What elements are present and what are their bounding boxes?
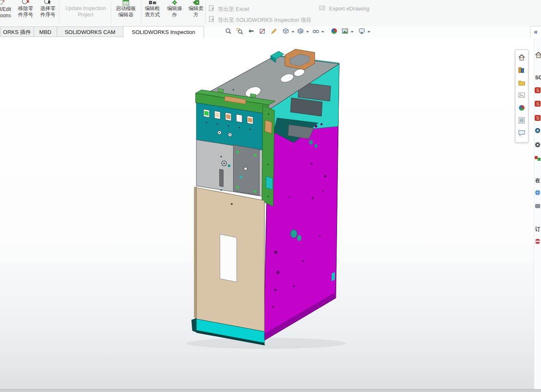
design-library-icon[interactable] <box>517 66 526 74</box>
graphics-viewport[interactable] <box>0 38 541 389</box>
solidworks-forum-icon[interactable] <box>517 129 526 137</box>
dropdown-arrow-icon[interactable] <box>368 31 370 33</box>
edit-operation-button[interactable]: 编辑操 作 <box>165 0 184 18</box>
button-label: 作 <box>165 12 184 18</box>
edit-inspection-method-button[interactable]: 编辑检 查方式 <box>143 0 162 18</box>
globe-icon[interactable] <box>535 190 541 197</box>
button-label: 方 <box>186 12 206 18</box>
tab-solidworks-cam[interactable]: SOLIDWORKS CAM <box>57 26 123 37</box>
button-label: 启动模板 <box>112 5 139 12</box>
status-bar <box>0 389 541 392</box>
export-excel-button[interactable]: 导出至 Excel <box>218 5 249 13</box>
edit-vendor-button[interactable]: 编辑卖 方 <box>186 0 206 18</box>
task-pane-icon-bar <box>515 50 528 143</box>
resources-heading-fragment: SO <box>535 75 541 81</box>
apply-scene-icon[interactable] <box>342 28 350 36</box>
template-editor-icon <box>112 0 139 5</box>
addins-icon[interactable] <box>535 155 541 163</box>
button-label: 编辑卖 <box>186 5 206 12</box>
launch-template-editor-button[interactable]: 启动模板 编辑器 <box>112 0 139 18</box>
dropdown-arrow-icon[interactable] <box>351 31 353 33</box>
tab-mbd[interactable]: MBD <box>34 26 57 37</box>
vendor-tag-icon <box>186 0 206 5</box>
subscription-heading-fragment: 订 <box>535 226 540 233</box>
edit-appearance-icon[interactable] <box>331 28 339 36</box>
section-view-icon[interactable] <box>259 28 267 36</box>
button-label: Project <box>61 12 110 18</box>
export-edrawing-icon <box>319 5 326 11</box>
select-balloon-button[interactable]: 选择零 件序号 <box>36 0 60 18</box>
button-label: 移除零 <box>13 5 38 12</box>
add-edit-balloons-button[interactable]: l/Edit oons <box>0 0 14 19</box>
svg-text:S: S <box>536 116 539 120</box>
view-orientation-icon[interactable] <box>282 28 291 36</box>
custom-properties-icon[interactable] <box>517 116 526 125</box>
button-label: 件序号 <box>36 12 60 18</box>
remove-balloon-button[interactable]: 移除零 件序号 <box>13 0 38 18</box>
partner-icon[interactable] <box>535 203 541 211</box>
home-icon[interactable] <box>535 51 541 59</box>
zoom-to-fit-icon[interactable] <box>225 28 233 36</box>
button-label: 编辑操 <box>165 5 184 12</box>
display-style-icon[interactable] <box>297 28 306 36</box>
svg-text:S: S <box>536 88 539 93</box>
button-label: 编辑器 <box>112 12 139 18</box>
view-settings-icon[interactable] <box>358 28 367 36</box>
export-inspection-project-button[interactable]: 导出至 SOLIDWORKS Inspection 项目 <box>218 16 311 24</box>
ribbon-separator <box>205 2 206 24</box>
appearances-scenes-icon[interactable] <box>517 104 526 112</box>
solidworks-resources-icon[interactable] <box>517 53 526 62</box>
hide-show-items-icon[interactable] <box>312 28 321 36</box>
select-balloon-icon <box>36 0 60 5</box>
update-inspection-project-button[interactable]: Update Inspection Project <box>61 0 110 18</box>
ribbon-separator <box>59 2 59 24</box>
solidworks-badge-icon[interactable]: S <box>535 87 541 95</box>
export-inspection-icon <box>209 16 215 22</box>
button-label: 选择零 <box>36 5 60 12</box>
task-pane-edge-strip: SO S S S 在 订 <box>534 38 541 389</box>
online-heading-fragment: 在 <box>535 177 540 184</box>
ribbon: l/Edit oons 移除零 件序号 选择零 件序号 Update Inspe… <box>0 0 541 26</box>
svg-text:S: S <box>536 102 539 106</box>
solidworks-badge-icon[interactable]: S <box>535 101 541 108</box>
ribbon-separator <box>141 2 141 24</box>
model-frame-column <box>262 105 274 206</box>
camera-icon[interactable] <box>535 128 541 135</box>
tools-icon[interactable] <box>535 142 541 149</box>
tab-solidworks-addins[interactable]: ORKS 插件 <box>0 26 34 37</box>
button-label: 查方式 <box>143 12 162 18</box>
ribbon-separator <box>111 2 111 24</box>
export-edrawing-button[interactable]: Export eDrawing <box>329 5 369 12</box>
file-explorer-icon[interactable] <box>517 78 526 87</box>
button-label: Update Inspection <box>61 5 110 12</box>
button-label: 编辑检 <box>143 5 162 12</box>
button-label: oons <box>0 13 14 19</box>
button-label: 件序号 <box>13 12 38 18</box>
inspection-method-icon <box>143 0 162 5</box>
measure-icon[interactable] <box>270 28 279 36</box>
model-front-door <box>194 186 264 332</box>
solidworks-badge-icon[interactable]: S <box>535 115 541 123</box>
previous-view-icon[interactable] <box>248 28 256 36</box>
view-palette-icon[interactable] <box>517 91 526 99</box>
graphics-area[interactable] <box>0 38 541 389</box>
cabinet-model <box>186 49 346 349</box>
task-pane-collapse-button[interactable]: « <box>530 26 541 38</box>
balloon-icon <box>0 0 5 5</box>
zoom-to-area-icon[interactable] <box>236 28 245 36</box>
dropdown-arrow-icon[interactable] <box>306 31 309 33</box>
export-excel-icon <box>209 5 215 11</box>
tab-solidworks-inspection[interactable]: SOLIDWORKS Inspection <box>123 26 204 38</box>
dropdown-arrow-icon[interactable] <box>292 31 294 33</box>
subscription-icon[interactable] <box>535 238 541 246</box>
gear-icon <box>165 0 184 5</box>
remove-balloon-icon <box>13 0 38 5</box>
button-label: l/Edit <box>0 6 14 13</box>
solidworks-window: l/Edit oons 移除零 件序号 选择零 件序号 Update Inspe… <box>0 0 541 392</box>
dropdown-arrow-icon[interactable] <box>321 31 324 33</box>
